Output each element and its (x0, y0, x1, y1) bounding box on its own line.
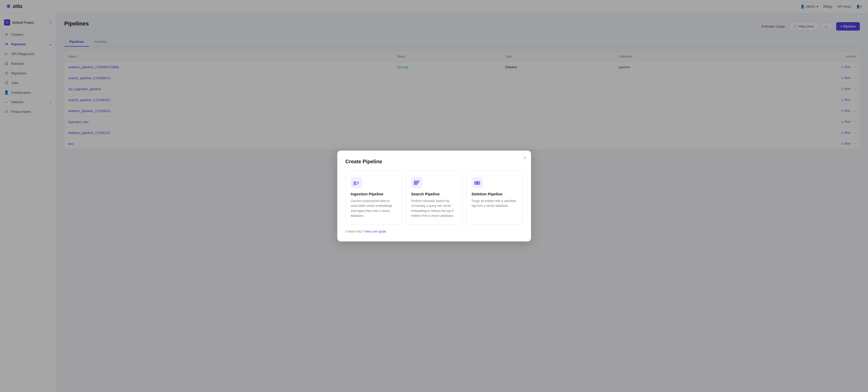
modal-help: ℹ Need help? View user guide. (345, 230, 523, 233)
help-icon: ℹ (345, 230, 347, 233)
help-text: Need help? (348, 230, 363, 233)
ingestion-pipeline-icon (353, 179, 360, 186)
create-pipeline-modal: × Create Pipeline Ingestion Pipeline Con… (337, 151, 531, 241)
deletion-pipeline-card[interactable]: Deletion Pipeline Purge all entities wit… (466, 171, 523, 225)
svg-rect-4 (414, 183, 418, 184)
deletion-desc: Purge all entities with a specified tag … (472, 199, 517, 208)
deletion-pipeline-icon (474, 179, 481, 186)
ingestion-title: Ingestion Pipeline (351, 192, 396, 196)
modal-close-button[interactable]: × (523, 155, 526, 160)
ingestion-desc: Convert unstructured data to searchable … (351, 199, 396, 218)
search-desc: Perform semantic search by converting a … (411, 199, 457, 218)
ingestion-pipeline-card[interactable]: Ingestion Pipeline Convert unstructured … (345, 171, 402, 225)
deletion-title: Deletion Pipeline (472, 192, 517, 196)
search-pipeline-icon (413, 179, 421, 186)
svg-rect-3 (414, 181, 419, 182)
search-pipeline-card[interactable]: Search Pipeline Perform semantic search … (406, 171, 462, 225)
modal-title: Create Pipeline (345, 159, 523, 165)
pipeline-cards: Ingestion Pipeline Convert unstructured … (345, 171, 523, 225)
svg-point-2 (358, 182, 359, 183)
ingestion-icon-wrap (351, 177, 362, 188)
svg-rect-5 (414, 184, 417, 185)
search-title: Search Pipeline (411, 192, 457, 196)
svg-rect-0 (353, 182, 355, 183)
modal-overlay[interactable]: × Create Pipeline Ingestion Pipeline Con… (0, 0, 868, 392)
svg-rect-1 (353, 184, 355, 185)
search-icon-wrap (411, 177, 423, 188)
help-link[interactable]: View user guide. (364, 230, 387, 233)
deletion-icon-wrap (472, 177, 483, 188)
